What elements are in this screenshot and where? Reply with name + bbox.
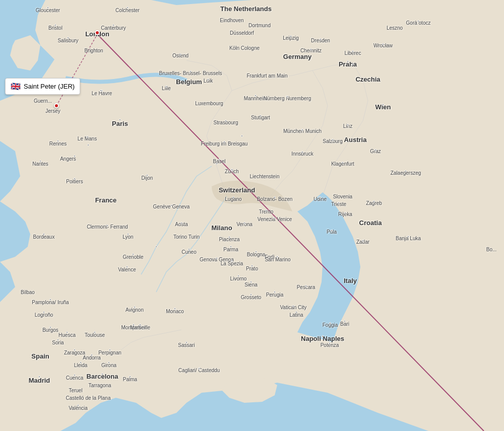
map-container: 🇬🇧 Saint Peter (JER) LondonBrightonCante… — [0, 0, 504, 431]
map-background — [0, 0, 504, 431]
airport-name: Saint Peter (JER) — [24, 83, 75, 90]
jersey-dot — [54, 103, 59, 108]
london-dot — [95, 30, 100, 35]
airport-label: 🇬🇧 Saint Peter (JER) — [5, 78, 80, 95]
flag-icon: 🇬🇧 — [11, 82, 21, 91]
